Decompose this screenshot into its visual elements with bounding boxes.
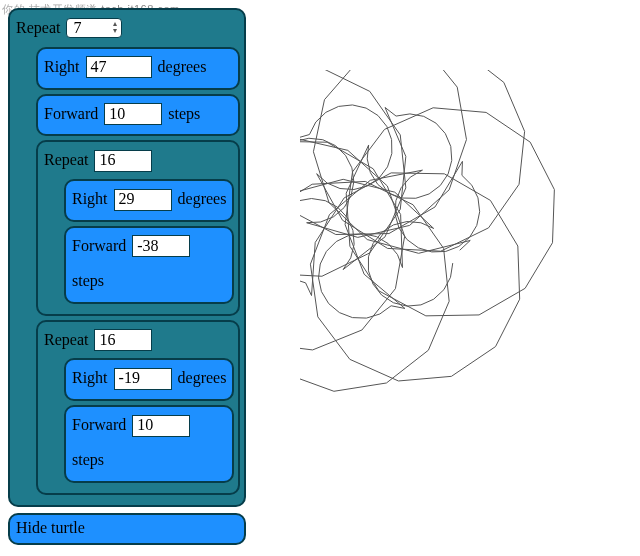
- steps-label-a: steps: [72, 267, 104, 296]
- forward-label: Forward: [44, 100, 98, 129]
- steps-label: steps: [168, 100, 200, 129]
- stepper-arrows-icon[interactable]: ▴▾: [113, 20, 117, 34]
- forward-a-input[interactable]: -38: [132, 235, 190, 257]
- forward-block-a[interactable]: Forward -38 steps: [64, 226, 234, 304]
- right-block-b[interactable]: Right -19 degrees: [64, 358, 234, 401]
- repeat-block-outer[interactable]: Repeat 7 ▴▾ Right 47 degrees Forward: [8, 8, 246, 507]
- right-block-a[interactable]: Right 29 degrees: [64, 179, 234, 222]
- repeat-label-a: Repeat: [44, 146, 88, 175]
- forward-block-b[interactable]: Forward 10 steps: [64, 405, 234, 483]
- right-label-b: Right: [72, 364, 108, 393]
- turtle-canvas: [300, 70, 620, 430]
- right-label-a: Right: [72, 185, 108, 214]
- repeat-label: Repeat: [16, 14, 60, 43]
- repeat-outer-input[interactable]: 7 ▴▾: [66, 18, 122, 38]
- repeat-label-b: Repeat: [44, 326, 88, 355]
- forward-label-b: Forward: [72, 411, 126, 440]
- right1-input[interactable]: 47: [86, 56, 152, 78]
- forward-label-a: Forward: [72, 232, 126, 261]
- forward-b-input[interactable]: 10: [132, 415, 190, 437]
- right-b-input[interactable]: -19: [114, 368, 172, 390]
- repeat-outer-value: 7: [73, 14, 81, 43]
- forward-block-1[interactable]: Forward 10 steps: [36, 94, 240, 137]
- repeat-block-a[interactable]: Repeat 16 Right 29 degrees: [36, 140, 240, 315]
- hide-turtle-block[interactable]: Hide turtle: [8, 513, 246, 545]
- repeat-b-input[interactable]: 16: [94, 329, 152, 351]
- blocks-panel: Repeat 7 ▴▾ Right 47 degrees Forward: [8, 8, 246, 551]
- repeat-block-b[interactable]: Repeat 16 Right -19 degrees: [36, 320, 240, 495]
- right-block-1[interactable]: Right 47 degrees: [36, 47, 240, 90]
- degrees-label-b: degrees: [178, 364, 227, 393]
- forward1-input[interactable]: 10: [104, 103, 162, 125]
- degrees-label-a: degrees: [178, 185, 227, 214]
- steps-label-b: steps: [72, 446, 104, 475]
- right-a-input[interactable]: 29: [114, 189, 172, 211]
- hide-turtle-label: Hide turtle: [16, 519, 85, 536]
- repeat-a-input[interactable]: 16: [94, 150, 152, 172]
- right-label: Right: [44, 53, 80, 82]
- degrees-label: degrees: [158, 53, 207, 82]
